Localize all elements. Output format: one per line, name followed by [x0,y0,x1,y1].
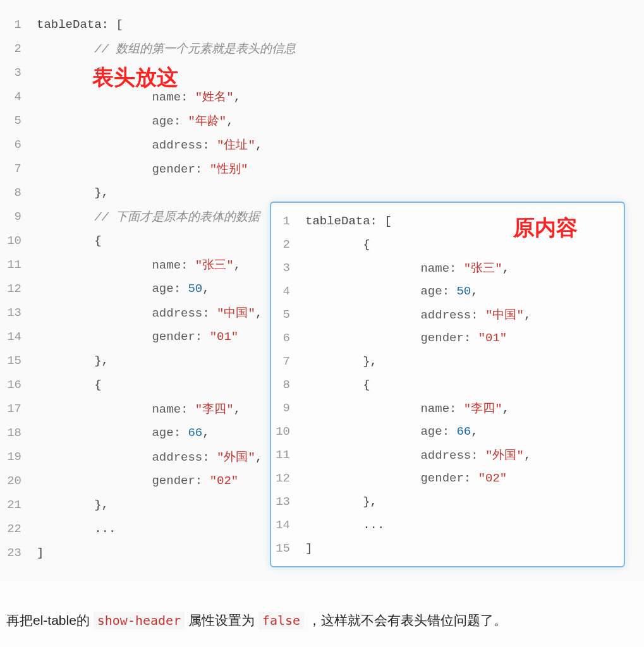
code-content: tableData: [ [37,18,123,32]
code-content: tableData: [ [305,214,392,228]
line-number: 4 [6,90,37,104]
line-number: 12 [6,282,37,296]
code-line: 1tableData: [ [6,13,638,37]
line-number: 3 [6,66,37,80]
line-number: 6 [6,138,37,152]
line-number: 13 [6,306,37,320]
code-content: name: "李四", [305,400,509,416]
line-number: 5 [6,114,37,128]
line-number: 2 [275,238,305,251]
code-content: { [305,378,370,392]
line-number: 8 [275,378,305,392]
line-number: 23 [6,546,37,560]
code-line: 15] [275,536,620,560]
code-content: // 数组的第一个元素就是表头的信息 [37,40,296,57]
line-number: 19 [6,450,37,464]
line-number: 9 [6,210,37,224]
code-line: 5 address: "中国", [275,303,620,326]
line-number: 13 [275,495,305,509]
line-number: 18 [6,426,37,440]
code-line: 5 age: "年龄", [6,109,638,133]
line-number: 2 [6,42,37,56]
code-content: address: "中国", [37,305,262,321]
code-content: name: "张三", [37,257,241,273]
code-line: 14 ... [275,513,620,536]
code-content: gender: "01" [305,331,507,345]
line-number: 22 [6,522,37,536]
line-number: 7 [6,162,37,176]
line-number: 11 [275,448,305,462]
code-content: // 下面才是原本的表体的数据 [37,209,260,225]
code-content: }, [37,186,109,200]
inline-code-show-header: show-header [94,612,185,629]
code-content: address: "外国", [37,449,262,465]
line-number: 11 [6,258,37,272]
code-content: }, [305,495,377,509]
line-number: 10 [6,234,37,248]
code-content: address: "中国", [305,306,531,323]
line-number: 20 [6,474,37,488]
code-content: gender: "性别" [37,160,248,177]
code-content: name: "张三", [305,260,509,276]
footer-text-1: 再把el-table的 [6,613,94,627]
code-content: age: 50, [37,282,210,296]
code-content: gender: "01" [37,330,238,344]
code-line: 10 age: 66, [275,420,620,443]
code-line: 13 }, [275,490,620,513]
code-content: age: "年龄", [37,112,234,129]
line-number: 14 [275,518,305,532]
line-number: 17 [6,402,37,416]
code-line: 3 name: "张三", [275,256,620,279]
line-number: 5 [275,308,305,322]
code-line: 12 gender: "02" [275,466,620,490]
line-number: 16 [6,378,37,392]
line-number: 7 [275,354,305,368]
line-number: 9 [275,401,305,415]
line-number: 10 [275,425,305,438]
inline-code-false: false [258,612,304,629]
code-line: 4 age: 50, [275,279,620,303]
line-number: 3 [275,261,305,275]
line-number: 12 [275,471,305,485]
code-content: address: "住址", [37,136,262,153]
main-code-block: 1tableData: [2 // 数组的第一个元素就是表头的信息3 {4 na… [0,0,644,581]
code-line: 7 }, [275,349,620,373]
line-number: 8 [6,186,37,200]
code-content: gender: "02" [305,471,507,485]
code-line: 11 address: "外国", [275,443,620,466]
line-number: 21 [6,498,37,512]
code-content: { [37,378,102,392]
inset-code-block: 1tableData: [2 {3 name: "张三",4 age: 50,5… [270,202,625,567]
code-content: address: "外国", [305,447,531,463]
annotation-header-here: 表头放这 [92,63,178,92]
footer-text-2: 属性设置为 [188,613,258,627]
line-number: 1 [6,18,37,32]
code-content: gender: "02" [37,474,238,488]
line-number: 15 [275,541,305,555]
code-content: ... [305,518,384,532]
code-content: ] [37,546,44,560]
code-content: }, [305,354,377,368]
code-content: { [305,238,370,251]
code-content: age: 66, [305,425,478,438]
line-number: 14 [6,330,37,344]
line-number: 4 [275,284,305,298]
code-content: ... [37,522,116,536]
code-content: { [37,234,102,248]
code-content: ] [305,541,312,555]
line-number: 15 [6,354,37,368]
code-content: name: "李四", [37,401,241,417]
code-line: 7 gender: "性别" [6,157,638,181]
footer-explanation: 再把el-table的 show-header 属性设置为 false ，这样就… [6,612,507,629]
line-number: 1 [275,214,305,228]
code-line: 2 // 数组的第一个元素就是表头的信息 [6,37,638,61]
annotation-original-content: 原内容 [513,214,578,243]
footer-text-3: ，这样就不会有表头错位问题了。 [308,613,507,627]
code-content: }, [37,498,109,512]
code-line: 6 address: "住址", [6,133,638,157]
code-content: age: 66, [37,426,210,440]
code-line: 6 gender: "01" [275,326,620,349]
line-number: 6 [275,331,305,345]
code-content: age: 50, [305,284,478,298]
code-line: 9 name: "李四", [275,396,620,420]
